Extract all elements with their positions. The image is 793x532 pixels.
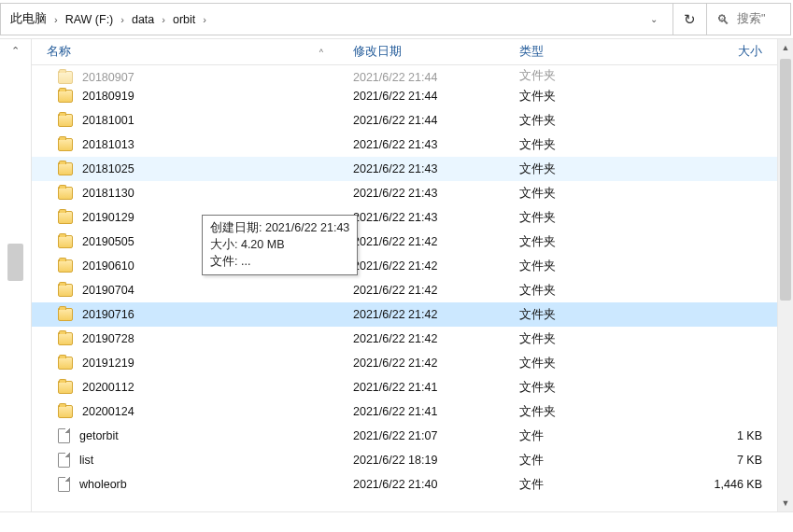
table-row[interactable]: 201907282021/6/22 21:42文件夹 [32,327,777,351]
file-name: wholeorb [79,478,127,491]
header-type[interactable]: 类型 [504,44,616,60]
table-row[interactable]: 201907042021/6/22 21:42文件夹 [32,278,777,302]
scroll-track[interactable] [778,56,793,495]
folder-icon [58,71,73,84]
header-name[interactable]: 名称 ^ [32,44,338,60]
table-row[interactable]: wholeorb2021/6/22 21:40文件1,446 KB [32,472,777,497]
file-name: 20190610 [82,259,135,273]
table-row[interactable]: 201809192021/6/22 21:44文件夹 [32,84,777,108]
file-type: 文件 [504,477,616,493]
file-type: 文件夹 [504,331,616,347]
tooltip-line: 文件: ... [210,253,349,270]
file-name: 20191219 [82,357,135,370]
header-date-label: 修改日期 [353,44,402,60]
file-type: 文件夹 [504,68,616,84]
file-size: 1,446 KB [616,478,777,491]
table-row[interactable]: 201906102021/6/22 21:42文件夹 [32,254,777,278]
file-date: 2021/6/22 21:43 [338,187,504,200]
chevron-right-icon: › [117,14,128,25]
file-date: 2021/6/22 21:44 [338,114,504,127]
header-size-label: 大小 [738,44,762,60]
file-name: 20190704 [82,284,135,297]
chevron-right-icon: › [50,14,62,25]
refresh-button[interactable]: ↻ [673,3,707,35]
folder-icon [58,405,73,418]
table-row[interactable]: list2021/6/22 18:19文件7 KB [32,448,777,472]
file-type: 文件 [504,428,616,444]
breadcrumb-item[interactable]: orbit [169,13,199,26]
refresh-icon: ↻ [684,11,696,28]
table-row[interactable]: 201907162021/6/22 21:42文件夹 [32,302,777,327]
header-size[interactable]: 大小 [616,44,777,60]
table-row[interactable]: 201810012021/6/22 21:44文件夹 [32,108,777,133]
file-date: 2021/6/22 21:43 [338,211,504,224]
chevron-right-icon: › [158,14,169,25]
file-type: 文件夹 [504,186,616,202]
chevron-down-icon[interactable]: ⌄ [641,14,667,24]
scroll-up-icon[interactable]: ▲ [778,39,793,56]
table-row[interactable]: 201912192021/6/22 21:42文件夹 [32,351,777,375]
table-row[interactable]: 201905052021/6/22 21:42文件夹 [32,230,777,254]
table-row[interactable]: getorbit2021/6/22 21:07文件1 KB [32,424,777,448]
file-name: list [79,454,93,467]
status-bar [0,511,793,532]
breadcrumb-item[interactable]: 此电脑 [7,11,50,27]
file-list[interactable]: 201809072021/6/22 21:44文件夹201809192021/6… [32,65,777,511]
folder-icon [58,357,73,370]
file-icon [58,428,70,443]
breadcrumb[interactable]: 此电脑›RAW (F:)›data›orbit› ⌄ [0,3,673,35]
search-input[interactable]: 🔍︎ 搜索" [707,3,791,35]
file-name: 20180919 [82,90,135,103]
folder-icon [58,162,73,175]
scroll-thumb[interactable] [780,59,791,301]
nav-pane-scroll[interactable]: ⌃ [0,39,32,511]
file-date: 2021/6/22 18:19 [338,454,504,467]
header-type-label: 类型 [519,44,544,60]
folder-icon [58,90,73,103]
table-row[interactable]: 202001242021/6/22 21:41文件夹 [32,399,777,424]
scroll-down-icon[interactable]: ▼ [778,495,793,511]
file-size: 7 KB [616,454,777,467]
folder-icon [58,381,73,394]
tooltip-line: 创建日期: 2021/6/22 21:43 [210,219,349,236]
file-type: 文件夹 [504,234,616,250]
file-type: 文件夹 [504,259,616,274]
file-name: 20190716 [82,308,135,321]
file-type: 文件夹 [504,404,616,420]
table-row[interactable]: 201901292021/6/22 21:43文件夹 [32,205,777,230]
address-bar: 此电脑›RAW (F:)›data›orbit› ⌄ ↻ 🔍︎ 搜索" [0,0,793,39]
folder-icon [58,235,73,248]
search-placeholder: 搜索" [737,11,765,27]
file-type: 文件夹 [504,89,616,105]
file-type: 文件夹 [504,113,616,129]
file-date: 2021/6/22 21:41 [338,381,504,394]
file-date: 2021/6/22 21:42 [338,357,504,370]
table-row[interactable]: 202001122021/6/22 21:41文件夹 [32,375,777,399]
sort-indicator-icon: ^ [319,48,323,57]
file-name: 20200124 [82,405,135,418]
table-row[interactable]: 201811302021/6/22 21:43文件夹 [32,181,777,205]
file-type: 文件夹 [504,356,616,371]
folder-icon [58,284,73,297]
file-name: 20181001 [82,114,135,127]
file-type: 文件夹 [504,210,616,226]
folder-icon [58,114,73,127]
table-row[interactable]: 201810132021/6/22 21:43文件夹 [32,133,777,157]
file-type: 文件夹 [504,307,616,323]
file-date: 2021/6/22 21:42 [338,308,504,321]
file-date: 2021/6/22 21:07 [338,429,504,442]
file-type: 文件夹 [504,161,616,177]
file-name: 20190728 [82,332,135,345]
table-row[interactable]: 201809072021/6/22 21:44文件夹 [32,65,777,84]
folder-icon [58,138,73,151]
file-name: 20181025 [82,162,135,175]
chevron-up-icon[interactable]: ⌃ [11,45,20,57]
file-date: 2021/6/22 21:44 [338,71,504,84]
table-row[interactable]: 201810252021/6/22 21:43文件夹 [32,157,777,181]
vertical-scrollbar[interactable]: ▲ ▼ [777,39,793,511]
scroll-thumb[interactable] [7,244,23,281]
chevron-right-icon: › [199,14,210,25]
breadcrumb-item[interactable]: data [128,13,158,26]
header-date[interactable]: 修改日期 [338,44,504,60]
breadcrumb-item[interactable]: RAW (F:) [62,13,118,26]
